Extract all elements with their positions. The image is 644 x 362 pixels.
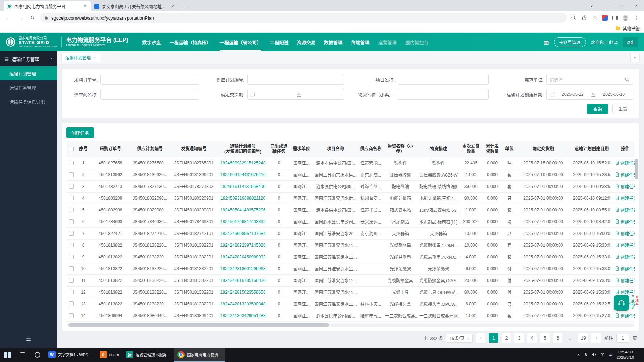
ime-indicator[interactable]: 中 [609,352,613,358]
sidebar-collapse-icon[interactable]: ☰ [0,333,57,348]
page-button-19[interactable]: 19 [578,333,588,343]
forward-button[interactable]: → [16,13,25,22]
row-checkbox[interactable] [69,196,74,200]
create-task-action[interactable]: 创建任务 [615,230,635,236]
demand-unit-search-button[interactable] [621,74,633,85]
page-button-5[interactable]: 5 [540,333,550,343]
row-checkbox[interactable] [69,161,74,165]
plan-no-link[interactable]: 1824516114131558400 [218,180,268,192]
nav-operation-management[interactable]: 运营管理 [378,33,397,51]
goto-page-input[interactable] [616,334,629,343]
create-task-action[interactable]: 创建任务 [615,219,635,225]
plan-created-end[interactable]: 2025-06-10 [598,92,630,97]
create-task-action[interactable]: 创建任务 [615,277,635,283]
taskbar-app-chrome[interactable]: 国家电网电力物流... [174,348,225,362]
plan-no-link[interactable]: 1824242820450988032 [218,251,268,263]
delivery-date-range[interactable]: 至 [247,89,344,100]
apps-grid-icon[interactable]: ▦ [544,39,549,46]
demand-unit-select[interactable]: 请选择 [546,74,621,85]
sidebar-item-task-export[interactable]: 运输任务信息导出 [0,95,57,109]
row-checkbox[interactable] [69,290,74,294]
prev-page-button[interactable]: ‹ [476,333,485,343]
reset-button[interactable]: 重置 [612,104,633,114]
create-task-action[interactable]: 创建任务 [615,172,635,178]
side-panel-icon[interactable] [611,14,618,21]
plan-created-start[interactable]: 2025-05-12 [556,92,589,97]
row-checkbox[interactable] [69,231,74,236]
taskbar-app-wps[interactable]: W 文字文档1 - WPS ... [45,348,96,362]
plan-no-link[interactable]: 1824241303429951488 [218,310,268,321]
row-checkbox[interactable] [69,255,74,259]
plan-no-link[interactable]: 1824249608567107584 [218,227,268,239]
profile-avatar[interactable] [622,14,629,21]
plan-no-link[interactable]: 1824509319698821120 [218,192,268,204]
logout-button[interactable]: 退出 [623,37,638,47]
purchase-order-input[interactable] [100,74,199,85]
next-page-button[interactable]: › [591,333,601,343]
bookmark-star-icon[interactable]: ☆ [591,14,598,21]
create-task-action[interactable]: 创建任务 [615,183,635,189]
other-bookmarks[interactable]: 其他书签 [623,25,640,31]
row-checkbox[interactable] [69,278,74,283]
floating-helper-widget[interactable]: 产品培训 直通车 [614,295,638,311]
plan-no-link[interactable]: 1824242815023558656 [218,286,268,298]
row-checkbox[interactable] [69,243,74,247]
plan-no-link[interactable]: 1824505041483575296 [218,204,268,216]
sidebar-item-transport-task[interactable]: 运输任务管理 [0,80,57,95]
maximize-button[interactable]: □ [614,0,629,11]
nav-second-delivery[interactable]: 二程配送 [270,33,289,51]
address-bar[interactable]: sgccelp.com/web/authui/#/ycys/transporta… [40,13,567,23]
query-button[interactable]: 查询 [587,104,608,114]
row-checkbox[interactable] [69,219,74,224]
zoom-icon[interactable] [570,14,577,21]
create-task-action[interactable]: 创建任务 [615,266,635,272]
create-task-action[interactable]: 创建任务 [615,289,635,295]
page-button-2[interactable]: 2 [502,333,511,343]
nav-data-management[interactable]: 数据管理 [324,33,343,51]
mic-icon[interactable] [584,352,588,358]
row-checkbox[interactable] [69,172,74,177]
project-name-input[interactable] [398,74,489,85]
task-view-icon[interactable] [15,348,30,362]
nav-terminal-management[interactable]: 终端管理 [351,33,370,51]
supplier-name-input[interactable] [100,89,199,100]
taskbar-clock[interactable]: 18:54:03 2025/6/10 [617,350,634,360]
taskbar-app-transport-service[interactable]: 运 运输管理技术服务... [123,348,174,362]
create-task-button[interactable]: 创建任务 [66,127,94,138]
plan-no-link[interactable]: 1824242813232590848 [218,298,268,310]
reload-button[interactable]: ↻ [28,13,37,22]
create-task-action[interactable]: 创建任务 [615,207,635,213]
share-icon[interactable] [581,14,588,21]
horizontal-scrollbar[interactable] [67,323,634,327]
tab-actions-dropdown[interactable]: ∨ [630,53,640,62]
create-task-action[interactable]: 创建任务 [615,313,635,319]
browser-menu-icon[interactable]: ⋮ [633,14,640,21]
create-task-action[interactable]: 创建任务 [615,254,635,260]
search-circle-icon[interactable] [30,348,45,362]
page-ellipsis[interactable]: ... [566,333,575,343]
page-button-4[interactable]: 4 [527,333,537,343]
create-task-action[interactable]: 创建任务 [615,195,635,201]
nav-transport-province[interactable]: 一程运输（省公司） [220,33,261,51]
row-checkbox[interactable] [69,184,74,189]
tray-chevron-up-icon[interactable]: ∧ [577,353,580,357]
network-icon[interactable] [600,353,605,357]
tab2-close-icon[interactable]: × [170,4,176,9]
row-checkbox[interactable] [69,301,74,306]
row-checkbox[interactable] [69,208,74,212]
row-checkbox[interactable] [69,266,74,271]
plan-no-link[interactable]: 1824242816785166336 [218,274,268,286]
new-tab-button[interactable]: + [180,1,189,11]
plan-no-link[interactable]: 1824242818601299968 [218,263,268,274]
create-task-action[interactable]: 创建任务 [615,242,635,248]
page-tab-transport-plan[interactable]: 运输计划管理 × [61,53,100,62]
nav-digital-sandbox[interactable]: 数字沙盘 [142,33,161,51]
plan-no-link[interactable]: 1824609982915125248 [218,157,268,169]
select-all-checkbox[interactable] [69,147,74,151]
nav-resource-trade[interactable]: 资源交易 [297,33,316,51]
supply-plan-input[interactable] [247,74,344,85]
tab-search-icon[interactable]: ∨ [584,0,599,11]
plan-created-range[interactable]: 2025-05-12 至 2025-06-10 [546,89,633,100]
horizontal-scrollbar-thumb[interactable] [68,323,329,327]
subaccount-button[interactable]: 子账号管理 [554,37,586,47]
